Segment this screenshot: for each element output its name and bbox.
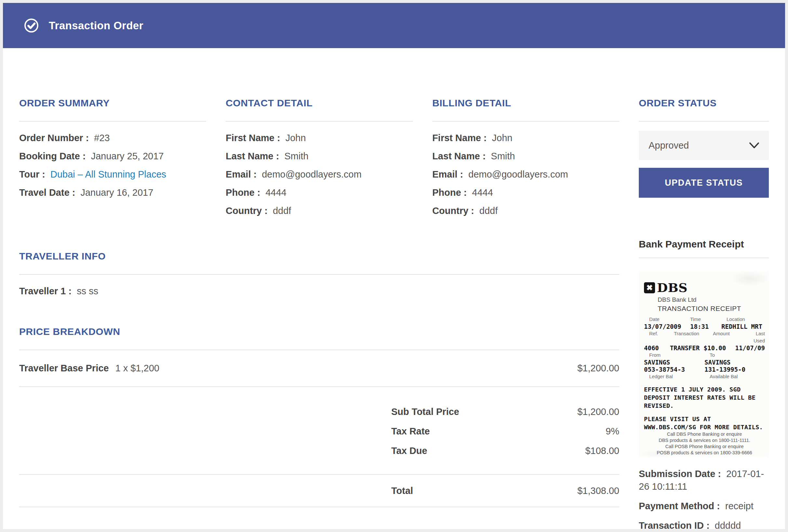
billing-first-name-row: First Name :John <box>432 129 619 147</box>
order-status-section: ORDER STATUS Approved UPDATE STATUS <box>639 98 769 198</box>
order-status-selected-value: Approved <box>649 140 689 151</box>
tour-row: Tour :Dubai – All Stunning Places <box>19 165 206 183</box>
receipt-row-headers: Ref. Transaction Amount Last Used <box>644 330 765 344</box>
price-breakdown-heading: PRICE BREAKDOWN <box>19 326 619 337</box>
order-summary-section: ORDER SUMMARY Order Number :#23 Booking … <box>19 98 206 220</box>
submission-date-row: Submission Date :2017-01-26 10:11:11 <box>639 468 769 493</box>
receipt-notice: EFFECTIVE 1 JULY 2009. SGD DEPOSIT INTER… <box>644 385 765 410</box>
page-title: Transaction Order <box>49 20 143 32</box>
subtotal-row: Sub Total Price $1,200.00 <box>19 402 619 421</box>
order-status-select[interactable]: Approved <box>639 131 769 160</box>
divider <box>19 121 206 122</box>
order-status-heading: ORDER STATUS <box>639 98 769 109</box>
divider <box>639 121 769 122</box>
divider <box>639 258 769 258</box>
booking-date-row: Booking Date :January 25, 2017 <box>19 147 206 165</box>
divider <box>19 274 619 275</box>
price-breakdown-section: PRICE BREAKDOWN Traveller Base Price1 x … <box>19 326 619 507</box>
divider <box>432 121 619 122</box>
price-summary-block: Sub Total Price $1,200.00 Tax Rate 9% Ta… <box>19 387 619 474</box>
total-row: Total $1,308.00 <box>19 475 619 507</box>
price-item-row: Traveller Base Price1 x $1,200 $1,200.00 <box>19 350 619 386</box>
billing-email-row: Email :demo@goodlayers.com <box>432 165 619 183</box>
billing-country-row: Country :dddf <box>432 202 619 220</box>
billing-detail-section: BILLING DETAIL First Name :John Last Nam… <box>432 98 619 220</box>
receipt-row-values: SAVINGS SAVINGS <box>644 359 765 366</box>
traveller-row: Traveller 1 :ss ss <box>19 282 619 300</box>
receipt-row-values: 4060 TRANSFER $10.00 11/07/09 <box>644 344 765 352</box>
chevron-down-icon <box>749 142 760 149</box>
dbs-logo-icon: ✖ <box>644 282 655 293</box>
traveller-info-heading: TRAVELLER INFO <box>19 251 619 262</box>
page-header: Transaction Order <box>3 3 785 48</box>
billing-detail-heading: BILLING DETAIL <box>432 98 619 109</box>
receipt-image[interactable]: ✖ DBS DBS Bank Ltd TRANSACTION RECEIPT D… <box>639 271 769 457</box>
check-circle-icon <box>24 18 39 33</box>
receipt-title: TRANSACTION RECEIPT <box>658 305 765 313</box>
price-item-amount: $1,200.00 <box>577 363 619 374</box>
transaction-id-row: Transaction ID :ddddd <box>639 519 769 529</box>
billing-phone-row: Phone :4444 <box>432 183 619 202</box>
bank-receipt-heading: Bank Payment Receipt <box>639 239 769 250</box>
contact-country-row: Country :dddf <box>225 202 413 220</box>
receipt-row-values: 13/07/2009 18:31 REDHILL MRT <box>644 323 765 330</box>
payment-method-row: Payment Method :receipt <box>639 500 769 512</box>
payment-meta-block: Submission Date :2017-01-26 10:11:11 Pay… <box>639 468 769 529</box>
contact-first-name-row: First Name :John <box>225 129 413 147</box>
tour-link[interactable]: Dubai – All Stunning Places <box>51 169 166 179</box>
traveller-info-section: TRAVELLER INFO Traveller 1 :ss ss <box>19 251 619 300</box>
order-number-row: Order Number :#23 <box>19 129 206 147</box>
contact-detail-section: CONTACT DETAIL First Name :John Last Nam… <box>225 98 413 220</box>
bank-payment-receipt-section: Bank Payment Receipt ✖ DBS DBS Bank Ltd … <box>639 239 769 529</box>
dbs-logo: ✖ DBS <box>644 280 765 295</box>
contact-email-row: Email :demo@goodlayers.com <box>225 165 413 183</box>
order-summary-heading: ORDER SUMMARY <box>19 98 206 109</box>
contact-detail-heading: CONTACT DETAIL <box>225 98 413 109</box>
transaction-order-page: Transaction Order ORDER SUMMARY Order Nu… <box>3 3 785 529</box>
divider <box>19 507 619 507</box>
receipt-row-headers: Date Time Location <box>644 316 765 323</box>
contact-phone-row: Phone :4444 <box>225 183 413 202</box>
receipt-row-values: 053-38754-3 131-13995-0 <box>644 366 765 373</box>
receipt-row-headers: From To <box>644 352 765 359</box>
tax-rate-row: Tax Rate 9% <box>19 421 619 441</box>
receipt-footer: Call DBS Phone Banking or enquire DBS pr… <box>644 431 765 456</box>
receipt-row-headers: Ledger Bal Available Bal <box>644 373 765 380</box>
divider <box>225 121 413 122</box>
tax-due-row: Tax Due $108.00 <box>19 441 619 460</box>
receipt-notice: PLEASE VISIT US AT WWW.DBS.COM/SG FOR MO… <box>644 415 765 431</box>
update-status-button[interactable]: UPDATE STATUS <box>639 168 769 198</box>
travel-date-row: Travel Date :January 16, 2017 <box>19 183 206 202</box>
contact-last-name-row: Last Name :Smith <box>225 147 413 165</box>
billing-last-name-row: Last Name :Smith <box>432 147 619 165</box>
receipt-bank-name: DBS Bank Ltd <box>658 296 765 303</box>
